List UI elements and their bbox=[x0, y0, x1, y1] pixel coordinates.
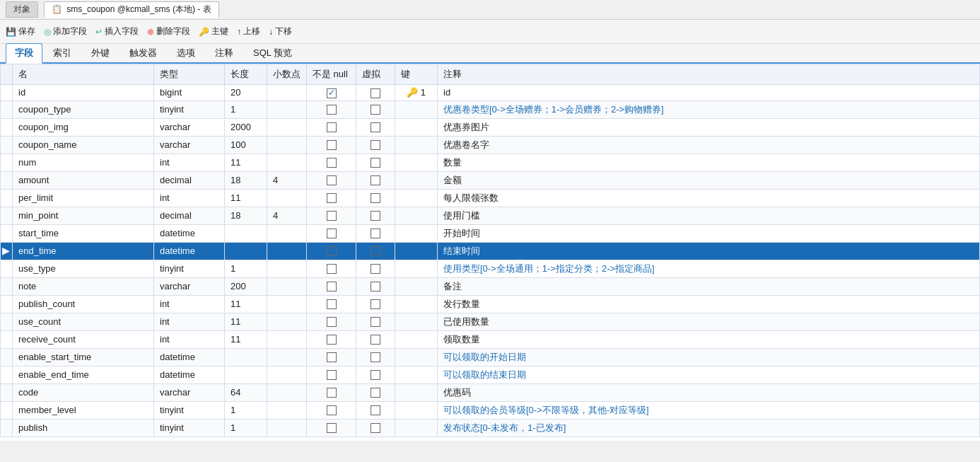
checkbox-virtual[interactable] bbox=[371, 282, 380, 291]
insert-field-button[interactable]: ↵ 插入字段 bbox=[95, 25, 139, 37]
checkbox-unchecked[interactable] bbox=[327, 105, 337, 115]
checkbox-virtual[interactable] bbox=[371, 122, 380, 132]
field-virtual bbox=[356, 85, 395, 101]
checkbox-unchecked[interactable] bbox=[327, 229, 337, 238]
checkbox-virtual[interactable] bbox=[371, 229, 380, 238]
field-type: datetime bbox=[154, 224, 225, 242]
field-comment: 备注 bbox=[438, 277, 980, 295]
col-header-1: 类型 bbox=[154, 64, 225, 85]
field-type: decimal bbox=[154, 207, 225, 224]
checkbox-unchecked[interactable] bbox=[327, 211, 337, 221]
table-row[interactable]: use_countint11已使用数量 bbox=[1, 313, 980, 330]
checkbox-virtual[interactable] bbox=[371, 246, 380, 256]
field-key bbox=[395, 330, 438, 348]
table-row[interactable]: codevarchar64优惠码 bbox=[1, 383, 980, 401]
table-row[interactable]: idbigint20🔑 1id bbox=[1, 85, 980, 101]
checkbox-checked[interactable] bbox=[327, 88, 337, 98]
checkbox-virtual[interactable] bbox=[371, 264, 380, 274]
nav-tab-3[interactable]: 触发器 bbox=[120, 43, 166, 62]
checkbox-virtual[interactable] bbox=[371, 352, 380, 362]
nav-tab-2[interactable]: 外键 bbox=[82, 43, 119, 62]
checkbox-unchecked[interactable] bbox=[327, 299, 337, 309]
checkbox-unchecked[interactable] bbox=[327, 352, 337, 362]
checkbox-virtual[interactable] bbox=[371, 370, 380, 380]
table-row[interactable]: publishtinyint1发布状态[0-未发布，1-已发布] bbox=[1, 419, 980, 437]
checkbox-virtual[interactable] bbox=[371, 299, 380, 309]
table-row[interactable]: publish_countint11发行数量 bbox=[1, 295, 980, 313]
checkbox-virtual[interactable] bbox=[371, 388, 380, 398]
field-key bbox=[395, 171, 438, 189]
table-row[interactable]: enable_end_timedatetime可以领取的结束日期 bbox=[1, 366, 980, 383]
field-key bbox=[395, 313, 438, 330]
checkbox-unchecked[interactable] bbox=[327, 193, 337, 203]
checkbox-unchecked[interactable] bbox=[327, 122, 337, 132]
primary-key-button[interactable]: 🔑 主键 bbox=[199, 25, 228, 37]
nav-tab-0[interactable]: 字段 bbox=[6, 43, 42, 64]
checkbox-unchecked[interactable] bbox=[327, 246, 337, 256]
table-row[interactable]: coupon_imgvarchar2000优惠券图片 bbox=[1, 118, 980, 136]
nav-tab-4[interactable]: 选项 bbox=[168, 43, 204, 62]
checkbox-virtual[interactable] bbox=[371, 317, 380, 327]
checkbox-virtual[interactable] bbox=[371, 335, 380, 345]
checkbox-unchecked[interactable] bbox=[327, 282, 337, 291]
field-decimal bbox=[267, 242, 307, 260]
checkbox-virtual[interactable] bbox=[371, 193, 380, 203]
checkbox-virtual[interactable] bbox=[371, 140, 380, 150]
field-notnull bbox=[307, 383, 356, 401]
table-row[interactable]: receive_countint11领取数量 bbox=[1, 330, 980, 348]
checkbox-virtual[interactable] bbox=[371, 211, 380, 221]
active-tab[interactable]: 📋 sms_coupon @kcmall_sms (本地) - 表 bbox=[44, 1, 219, 18]
row-arrow bbox=[1, 313, 13, 330]
checkbox-unchecked[interactable] bbox=[327, 175, 337, 185]
checkbox-unchecked[interactable] bbox=[327, 317, 337, 327]
field-decimal bbox=[267, 100, 307, 118]
nav-tab-6[interactable]: SQL 预览 bbox=[244, 43, 301, 62]
move-down-button[interactable]: ↓ 下移 bbox=[269, 25, 292, 37]
checkbox-unchecked[interactable] bbox=[327, 158, 337, 168]
checkbox-virtual[interactable] bbox=[371, 423, 380, 433]
checkbox-virtual[interactable] bbox=[371, 175, 380, 185]
field-length: 11 bbox=[225, 295, 267, 313]
save-button[interactable]: 💾 保存 bbox=[6, 25, 35, 37]
checkbox-unchecked[interactable] bbox=[327, 405, 337, 415]
checkbox-virtual[interactable] bbox=[371, 158, 380, 168]
field-name: code bbox=[13, 383, 154, 401]
table-row[interactable]: start_timedatetime开始时间 bbox=[1, 224, 980, 242]
table-row[interactable]: numint11数量 bbox=[1, 154, 980, 171]
checkbox-virtual[interactable] bbox=[371, 105, 380, 115]
table-row[interactable]: coupon_typetinyint1优惠卷类型[0->全场赠券；1->会员赠券… bbox=[1, 100, 980, 118]
field-key bbox=[395, 260, 438, 277]
field-key: 🔑 1 bbox=[395, 85, 438, 101]
nav-tab-1[interactable]: 索引 bbox=[44, 43, 81, 62]
checkbox-unchecked[interactable] bbox=[327, 370, 337, 380]
checkbox-virtual[interactable] bbox=[371, 88, 380, 98]
delete-field-button[interactable]: ⊗ 删除字段 bbox=[147, 25, 190, 37]
table-row[interactable]: ▶end_timedatetime结束时间 bbox=[1, 242, 980, 260]
field-virtual bbox=[356, 189, 395, 207]
checkbox-unchecked[interactable] bbox=[327, 140, 337, 150]
checkbox-unchecked[interactable] bbox=[327, 388, 337, 398]
field-virtual bbox=[356, 330, 395, 348]
move-up-button[interactable]: ↑ 上移 bbox=[237, 25, 260, 37]
field-notnull bbox=[307, 260, 356, 277]
delete-field-icon: ⊗ bbox=[147, 27, 154, 37]
table-row[interactable]: per_limitint11每人限领张数 bbox=[1, 189, 980, 207]
table-row[interactable]: min_pointdecimal184使用门槛 bbox=[1, 207, 980, 224]
nav-tab-5[interactable]: 注释 bbox=[206, 43, 243, 62]
table-row[interactable]: notevarchar200备注 bbox=[1, 277, 980, 295]
checkbox-virtual[interactable] bbox=[371, 405, 380, 415]
table-row[interactable]: coupon_namevarchar100优惠卷名字 bbox=[1, 136, 980, 154]
table-row[interactable]: enable_start_timedatetime可以领取的开始日期 bbox=[1, 348, 980, 366]
field-length: 1 bbox=[225, 100, 267, 118]
inactive-tab[interactable]: 对象 bbox=[6, 1, 38, 18]
checkbox-unchecked[interactable] bbox=[327, 423, 337, 433]
field-comment: 可以领取的开始日期 bbox=[438, 348, 980, 366]
field-comment: 使用类型[0->全场通用；1->指定分类；2->指定商品] bbox=[438, 260, 980, 277]
table-row[interactable]: member_leveltinyint1可以领取的会员等级[0->不限等级，其他… bbox=[1, 401, 980, 419]
checkbox-unchecked[interactable] bbox=[327, 264, 337, 274]
table-row[interactable]: amountdecimal184金额 bbox=[1, 171, 980, 189]
field-name: note bbox=[13, 277, 154, 295]
table-row[interactable]: use_typetinyint1使用类型[0->全场通用；1->指定分类；2->… bbox=[1, 260, 980, 277]
checkbox-unchecked[interactable] bbox=[327, 335, 337, 345]
add-field-button[interactable]: ◎ 添加字段 bbox=[44, 25, 87, 37]
